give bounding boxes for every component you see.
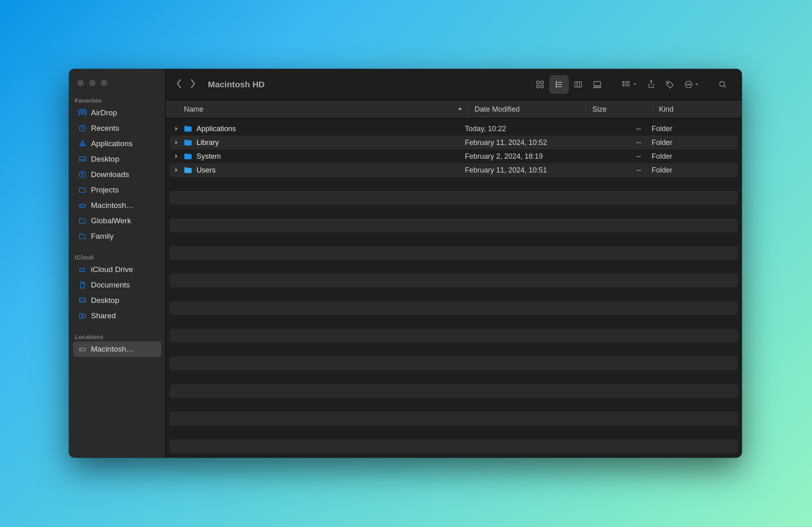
sidebar-item-label: Family <box>91 232 114 241</box>
sidebar-item-globalwerk[interactable]: GlobalWerk <box>73 213 161 229</box>
cloud-icon <box>78 266 87 274</box>
file-name: Library <box>197 138 465 147</box>
column-header-kind[interactable]: Kind <box>653 105 742 114</box>
column-header-date[interactable]: Date Modified <box>469 105 587 114</box>
tags-button[interactable] <box>661 75 679 94</box>
main-panel: Macintosh HD <box>166 69 742 458</box>
svg-rect-11 <box>541 81 543 84</box>
disclosure-icon[interactable] <box>175 168 181 173</box>
app-icon <box>78 140 87 148</box>
sidebar-section-icloud: iCloud iCloud Drive Documents Desktop <box>69 251 165 324</box>
sidebar-title-icloud: iCloud <box>69 251 165 262</box>
action-menu-button[interactable] <box>679 75 704 94</box>
column-header-size[interactable]: Size <box>587 105 653 114</box>
search-button[interactable] <box>713 75 732 94</box>
window-minimize-button[interactable] <box>89 80 96 86</box>
disk-icon <box>78 345 87 353</box>
sidebar-item-downloads[interactable]: Downloads <box>73 167 161 182</box>
disclosure-icon[interactable] <box>175 140 181 145</box>
file-date: February 2, 2024, 18:19 <box>465 152 583 161</box>
sidebar-item-label: Desktop <box>91 155 119 164</box>
view-gallery-button[interactable] <box>587 75 607 94</box>
svg-rect-23 <box>623 84 624 86</box>
file-row[interactable]: Users February 11, 2024, 10:51 -- Folder <box>170 163 738 177</box>
file-size: -- <box>583 152 649 161</box>
file-name: Applications <box>197 125 465 133</box>
toolbar: Macintosh HD <box>166 69 742 100</box>
sidebar-item-documents[interactable]: Documents <box>73 277 161 293</box>
view-list-button[interactable] <box>549 75 569 94</box>
window-close-button[interactable] <box>77 80 84 86</box>
sidebar-item-macintosh-hd[interactable]: Macintosh… <box>73 341 161 357</box>
svg-rect-17 <box>575 82 582 87</box>
svg-point-24 <box>668 82 669 84</box>
column-header-name[interactable]: Name <box>184 105 469 114</box>
file-size: -- <box>583 125 649 133</box>
window-zoom-button[interactable] <box>101 80 108 86</box>
back-button[interactable] <box>175 78 183 91</box>
svg-point-15 <box>556 84 557 85</box>
file-row[interactable]: System February 2, 2024, 18:19 -- Folder <box>170 149 738 163</box>
svg-rect-21 <box>599 87 601 88</box>
column-header-label: Name <box>184 105 203 114</box>
sidebar-item-airdrop[interactable]: AirDrop <box>73 105 161 121</box>
file-kind: Folder <box>649 166 738 175</box>
svg-rect-12 <box>537 85 539 88</box>
sidebar-item-label: Shared <box>91 311 116 320</box>
sidebar-section-locations: Locations Macintosh… <box>69 330 165 357</box>
sidebar-section-favorites: Favorites AirDrop Recents Applications <box>69 94 165 244</box>
svg-point-14 <box>556 82 557 82</box>
sidebar-item-icloud-drive[interactable]: iCloud Drive <box>73 262 161 277</box>
file-date: February 11, 2024, 10:51 <box>465 166 583 175</box>
sidebar-item-label: Macintosh… <box>91 201 134 210</box>
share-button[interactable] <box>642 75 661 94</box>
sidebar-item-desktop[interactable]: Desktop <box>73 151 161 167</box>
empty-rows <box>170 177 738 453</box>
svg-point-16 <box>556 86 557 87</box>
file-kind: Folder <box>649 152 738 161</box>
forward-button[interactable] <box>189 78 197 91</box>
svg-rect-2 <box>80 157 86 161</box>
view-columns-button[interactable] <box>569 75 587 94</box>
svg-point-29 <box>720 82 725 86</box>
sidebar-item-shared[interactable]: Shared <box>73 308 161 324</box>
clock-icon <box>78 124 87 132</box>
group-by-button[interactable] <box>617 75 642 94</box>
sidebar-item-family[interactable]: Family <box>73 229 161 244</box>
svg-rect-19 <box>594 87 596 88</box>
disclosure-icon[interactable] <box>175 154 181 159</box>
svg-rect-20 <box>596 87 598 88</box>
desktop-icon <box>78 155 87 163</box>
svg-point-26 <box>687 84 687 85</box>
folder-icon <box>78 232 87 240</box>
file-date: Today, 10:22 <box>465 125 583 133</box>
file-row[interactable]: Library February 11, 2024, 10:52 -- Fold… <box>170 136 738 149</box>
view-switcher <box>531 75 607 94</box>
svg-rect-22 <box>623 82 624 83</box>
svg-rect-10 <box>537 81 539 84</box>
sidebar-item-label: Recents <box>91 124 119 133</box>
chevron-down-icon <box>633 82 637 86</box>
file-row[interactable]: Applications Today, 10:22 -- Folder <box>170 122 738 136</box>
sidebar-item-label: Applications <box>91 139 132 148</box>
chevron-down-icon <box>695 82 699 86</box>
desktop-icon <box>78 296 87 305</box>
disclosure-icon[interactable] <box>175 126 181 131</box>
sidebar-item-label: Documents <box>91 281 130 289</box>
sidebar-item-label: GlobalWerk <box>91 216 131 225</box>
sidebar-item-recents[interactable]: Recents <box>73 121 161 136</box>
file-kind: Folder <box>649 138 738 147</box>
svg-rect-6 <box>80 298 86 302</box>
sidebar-item-projects[interactable]: Projects <box>73 182 161 198</box>
download-icon <box>78 171 87 179</box>
sidebar-item-desktop-cloud[interactable]: Desktop <box>73 293 161 308</box>
svg-point-9 <box>80 349 81 350</box>
sidebar: Favorites AirDrop Recents Applications <box>69 69 166 458</box>
sidebar-item-macintosh-fav[interactable]: Macintosh… <box>73 198 161 213</box>
sort-ascending-icon <box>457 105 463 114</box>
view-icons-button[interactable] <box>531 75 549 94</box>
sidebar-item-applications[interactable]: Applications <box>73 136 161 151</box>
column-header-row: Name Date Modified Size Kind <box>166 100 742 119</box>
file-list[interactable]: Applications Today, 10:22 -- Folder Libr… <box>166 119 742 458</box>
file-size: -- <box>583 138 649 147</box>
